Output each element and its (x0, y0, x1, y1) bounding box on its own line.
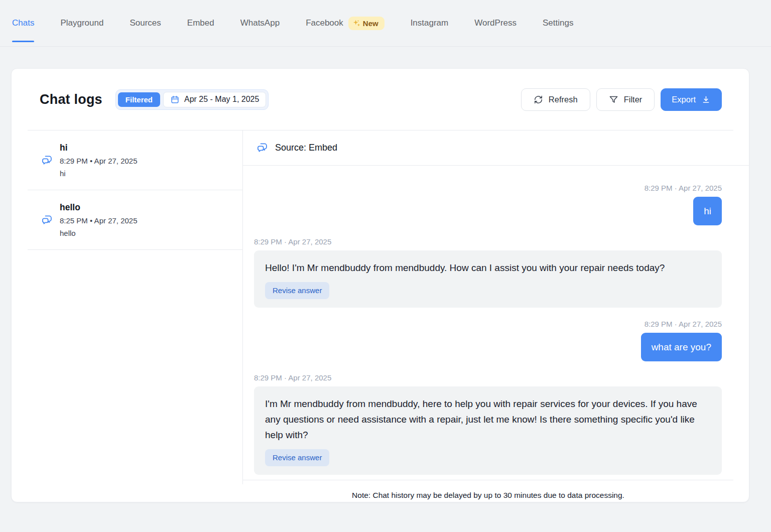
tab-label: WordPress (474, 18, 517, 28)
user-message: 8:29 PM · Apr 27, 2025 what are you? (254, 320, 722, 361)
filter-label: Filter (624, 95, 642, 104)
chat-item-timestamp: 8:25 PM • Apr 27, 2025 (60, 216, 138, 225)
chat-list: hi 8:29 PM • Apr 27, 2025 hi hello 8:25 … (12, 130, 243, 484)
filter-button[interactable]: Filter (596, 88, 655, 111)
message-timestamp: 8:29 PM · Apr 27, 2025 (645, 184, 722, 192)
bot-message-text: I'm Mr mendbuddy from mendbuddy, here to… (265, 396, 711, 443)
chat-item-title: hi (60, 143, 138, 153)
user-message: 8:29 PM · Apr 27, 2025 hi (254, 184, 722, 225)
tab-settings[interactable]: Settings (543, 0, 573, 46)
filter-group: Filtered Apr 25 - May 1, 2025 (115, 89, 269, 110)
message-timestamp: 8:29 PM · Apr 27, 2025 (254, 373, 331, 382)
header-actions: Refresh Filter Export (521, 88, 722, 111)
tab-label: Playground (60, 18, 103, 28)
source-label: Source: Embed (275, 143, 337, 153)
date-range-label: Apr 25 - May 1, 2025 (184, 95, 259, 104)
message-list: 8:29 PM · Apr 27, 2025 hi 8:29 PM · Apr … (243, 166, 749, 480)
bot-message: 8:29 PM · Apr 27, 2025 Hello! I'm Mr men… (254, 237, 722, 308)
chat-item-title: hello (60, 202, 138, 213)
chat-list-item-1[interactable]: hi 8:29 PM • Apr 27, 2025 hi (28, 130, 242, 190)
tab-label: Sources (130, 18, 161, 28)
chat-bubbles-icon (41, 214, 53, 226)
chat-list-item-2[interactable]: hello 8:25 PM • Apr 27, 2025 hello (28, 190, 242, 250)
tab-embed[interactable]: Embed (187, 0, 214, 46)
filter-funnel-icon (609, 95, 618, 104)
refresh-label: Refresh (549, 95, 578, 104)
calendar-icon (170, 95, 180, 104)
refresh-icon (534, 95, 543, 104)
date-range-picker[interactable]: Apr 25 - May 1, 2025 (163, 92, 266, 107)
tab-playground[interactable]: Playground (60, 0, 103, 46)
chat-item-text: hi 8:29 PM • Apr 27, 2025 hi (60, 143, 138, 178)
tab-wordpress[interactable]: WordPress (474, 0, 517, 46)
bot-message-bubble: Hello! I'm Mr mendbuddy from mendbuddy. … (254, 250, 722, 308)
chat-bubbles-icon (256, 142, 269, 154)
message-timestamp: 8:29 PM · Apr 27, 2025 (254, 237, 331, 246)
tab-label: Chats (12, 18, 34, 28)
revise-answer-button[interactable]: Revise answer (265, 282, 329, 299)
message-timestamp: 8:29 PM · Apr 27, 2025 (645, 320, 722, 328)
user-message-bubble: hi (693, 197, 722, 225)
tab-label: Embed (187, 18, 214, 28)
tab-sources[interactable]: Sources (130, 0, 161, 46)
export-label: Export (672, 95, 696, 104)
tab-instagram[interactable]: Instagram (411, 0, 449, 46)
tab-chats[interactable]: Chats (12, 0, 34, 46)
bot-message: 8:29 PM · Apr 27, 2025 I'm Mr mendbuddy … (254, 373, 722, 475)
source-header: Source: Embed (243, 130, 749, 166)
chat-logs-card: Chat logs Filtered Apr 25 - May 1, 2025 (11, 68, 749, 502)
new-badge: New (348, 17, 384, 30)
tab-label: Instagram (411, 18, 449, 28)
tab-label: Facebook (306, 18, 343, 28)
chat-bubbles-icon (41, 154, 53, 167)
card-header: Chat logs Filtered Apr 25 - May 1, 2025 (12, 69, 749, 130)
export-button[interactable]: Export (661, 88, 722, 111)
tab-label: WhatsApp (240, 18, 280, 28)
user-message-bubble: what are you? (641, 333, 722, 361)
refresh-button[interactable]: Refresh (521, 88, 590, 111)
download-icon (701, 95, 711, 104)
chat-item-preview: hello (60, 229, 138, 237)
content-columns: hi 8:29 PM • Apr 27, 2025 hi hello 8:25 … (12, 130, 749, 484)
top-navigation: Chats Playground Sources Embed WhatsApp … (0, 0, 771, 47)
page-title: Chat logs (40, 92, 102, 107)
processing-note: Note: Chat history may be delayed by up … (243, 480, 733, 500)
chat-item-preview: hi (60, 169, 138, 178)
chat-item-text: hello 8:25 PM • Apr 27, 2025 hello (60, 202, 138, 237)
bot-message-text: Hello! I'm Mr mendbuddy from mendbuddy. … (265, 260, 711, 276)
tab-facebook[interactable]: Facebook New (306, 0, 384, 46)
revise-answer-button[interactable]: Revise answer (265, 449, 329, 466)
sparkles-icon (352, 19, 361, 28)
conversation-panel: Source: Embed 8:29 PM · Apr 27, 2025 hi … (243, 130, 749, 484)
tab-whatsapp[interactable]: WhatsApp (240, 0, 280, 46)
new-badge-label: New (363, 19, 378, 28)
bot-message-bubble: I'm Mr mendbuddy from mendbuddy, here to… (254, 386, 722, 475)
tab-label: Settings (543, 18, 573, 28)
filtered-badge: Filtered (118, 92, 160, 107)
chat-item-timestamp: 8:29 PM • Apr 27, 2025 (60, 157, 138, 165)
